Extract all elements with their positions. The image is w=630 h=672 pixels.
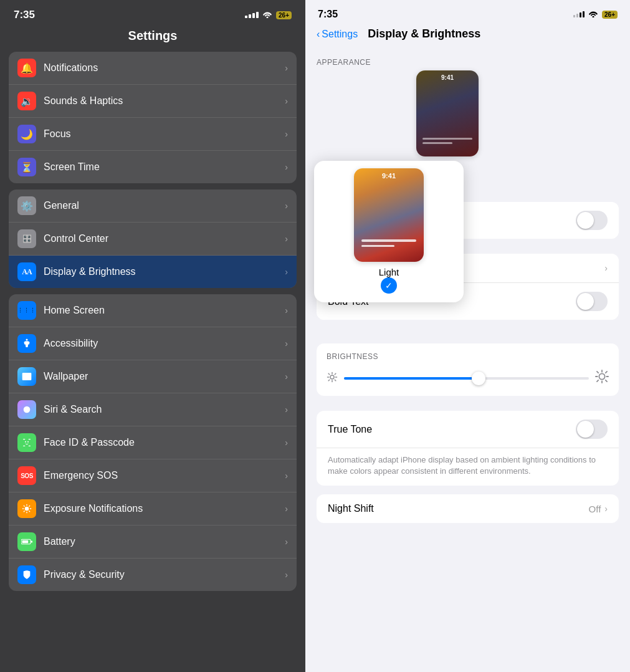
sidebar-item-label: Wallpaper <box>44 371 285 382</box>
sidebar-item-emergency-sos[interactable]: SOS Emergency SOS › <box>9 459 297 492</box>
light-mode-checkmark[interactable]: ✓ <box>381 277 397 294</box>
dark-preview-time: 9:41 <box>416 74 479 81</box>
sidebar-item-battery[interactable]: Battery › <box>9 526 297 559</box>
svg-line-29 <box>606 372 607 373</box>
dark-preview: 9:41 <box>416 70 479 156</box>
sidebar-item-screen-time[interactable]: ⏳ Screen Time › <box>9 151 297 183</box>
svg-line-26 <box>597 372 598 373</box>
night-shift-label: Night Shift <box>328 503 374 514</box>
sidebar-item-exposure[interactable]: Exposure Notifications › <box>9 492 297 526</box>
sidebar-item-display-brightness[interactable]: AA Display & Brightness › <box>9 256 297 288</box>
notifications-icon: 🔔 <box>17 59 36 77</box>
chevron-right-icon: › <box>604 263 608 273</box>
chevron-right-icon: › <box>285 267 288 277</box>
right-panel: 7:35 26+ ‹ Settings Display & Brightness… <box>305 0 630 672</box>
accessibility-icon <box>17 334 36 353</box>
bold-text-toggle[interactable] <box>576 292 608 311</box>
brightness-section-label: BRIGHTNESS <box>327 352 609 361</box>
brightness-section: BRIGHTNESS <box>317 343 619 396</box>
battery-icon <box>17 532 36 551</box>
sidebar-item-siri-search[interactable]: Siri & Search › <box>9 393 297 426</box>
svg-point-12 <box>330 375 334 379</box>
automatic-toggle[interactable] <box>576 211 608 230</box>
settings-list: 🔔 Notifications › 🔉 Sounds & Haptics › 🌙… <box>0 52 305 591</box>
wifi-icon <box>588 9 598 20</box>
toggle-thumb <box>577 421 594 438</box>
battery-badge: 26+ <box>602 11 618 19</box>
chevron-right-icon: › <box>285 504 288 514</box>
sidebar-item-accessibility[interactable]: Accessibility › <box>9 327 297 360</box>
display-icon: AA <box>17 262 36 281</box>
brightness-slider[interactable] <box>344 377 589 380</box>
right-status-icons: 26+ <box>573 9 618 20</box>
chevron-right-icon: › <box>285 405 288 415</box>
chevron-right-icon: › <box>604 504 608 514</box>
svg-point-0 <box>26 339 28 341</box>
left-panel: 7:35 26+ Settings 🔔 Notifications › <box>0 0 305 672</box>
chevron-right-icon: › <box>285 305 288 315</box>
right-content: APPEARANCE 9:41 Dark 9:41 <box>305 48 630 664</box>
chevron-right-icon: › <box>285 537 288 547</box>
true-tone-toggle[interactable] <box>576 420 608 439</box>
page-title: Display & Brightness <box>368 27 480 41</box>
true-tone-section: True Tone Automatically adapt iPhone dis… <box>317 411 619 486</box>
back-button[interactable]: ‹ Settings <box>317 29 358 40</box>
true-tone-description: Automatically adapt iPhone display based… <box>317 448 619 486</box>
chevron-right-icon: › <box>285 201 288 211</box>
sidebar-item-wallpaper[interactable]: Wallpaper › <box>9 360 297 393</box>
chevron-right-icon: › <box>285 372 288 382</box>
sidebar-item-privacy-security[interactable]: Privacy & Security › <box>9 559 297 591</box>
brightness-thumb <box>472 372 485 385</box>
right-status-bar: 7:35 26+ <box>305 0 630 25</box>
left-time: 7:35 <box>14 9 35 21</box>
sidebar-item-focus[interactable]: 🌙 Focus › <box>9 118 297 151</box>
light-preview-lines <box>361 239 416 247</box>
sidebar-item-home-screen[interactable]: ⋮⋮⋮ Home Screen › <box>9 294 297 327</box>
chevron-right-icon: › <box>285 162 288 172</box>
svg-point-1 <box>24 406 31 413</box>
chevron-right-icon: › <box>285 234 288 244</box>
sounds-icon: 🔉 <box>17 92 36 110</box>
wallpaper-icon <box>17 367 36 386</box>
chevron-right-icon: › <box>285 471 288 481</box>
sidebar-item-general[interactable]: ⚙️ General › <box>9 190 297 223</box>
right-nav: ‹ Settings Display & Brightness <box>305 25 630 48</box>
face-id-icon <box>17 433 36 452</box>
svg-rect-2 <box>23 439 25 439</box>
sidebar-item-face-id[interactable]: Face ID & Passcode › <box>9 426 297 459</box>
light-mode-popup: 9:41 Light ✓ <box>314 161 464 302</box>
sidebar-item-label: Face ID & Passcode <box>44 437 285 448</box>
sidebar-item-label: Display & Brightness <box>44 266 285 277</box>
sidebar-item-label: Accessibility <box>44 338 285 349</box>
focus-icon: 🌙 <box>17 125 36 143</box>
sidebar-item-label: Control Center <box>44 233 285 244</box>
siri-icon <box>17 400 36 419</box>
svg-rect-3 <box>29 439 31 439</box>
brightness-slider-row <box>327 370 609 387</box>
svg-point-21 <box>599 373 604 379</box>
back-label: Settings <box>322 29 358 40</box>
sidebar-item-notifications[interactable]: 🔔 Notifications › <box>9 52 297 85</box>
sun-small-icon <box>327 372 338 386</box>
left-settings-title: Settings <box>0 26 305 52</box>
svg-line-20 <box>335 373 336 375</box>
sidebar-item-label: Privacy & Security <box>44 569 285 580</box>
sidebar-item-control-center[interactable]: 🎛️ Control Center › <box>9 223 297 256</box>
night-shift-row[interactable]: Night Shift Off › <box>317 494 619 523</box>
exposure-icon <box>17 499 36 518</box>
sidebar-item-sounds-haptics[interactable]: 🔉 Sounds & Haptics › <box>9 85 297 118</box>
settings-group-1: 🔔 Notifications › 🔉 Sounds & Haptics › 🌙… <box>9 52 297 183</box>
sos-icon: SOS <box>17 466 36 485</box>
settings-group-3: ⋮⋮⋮ Home Screen › Accessibility › Wallpa… <box>9 294 297 591</box>
right-time: 7:35 <box>318 9 338 20</box>
toggle-thumb <box>577 212 594 229</box>
chevron-right-icon: › <box>285 129 288 139</box>
sidebar-item-label: Battery <box>44 536 285 547</box>
light-mode-label: Light <box>379 267 399 277</box>
svg-line-19 <box>328 380 330 381</box>
screen-time-icon: ⏳ <box>17 158 36 176</box>
settings-group-2: ⚙️ General › 🎛️ Control Center › AA Disp… <box>9 190 297 288</box>
chevron-right-icon: › <box>285 438 288 448</box>
svg-line-18 <box>335 380 336 381</box>
appearance-section: 9:41 Dark 9:41 Light <box>305 70 630 202</box>
